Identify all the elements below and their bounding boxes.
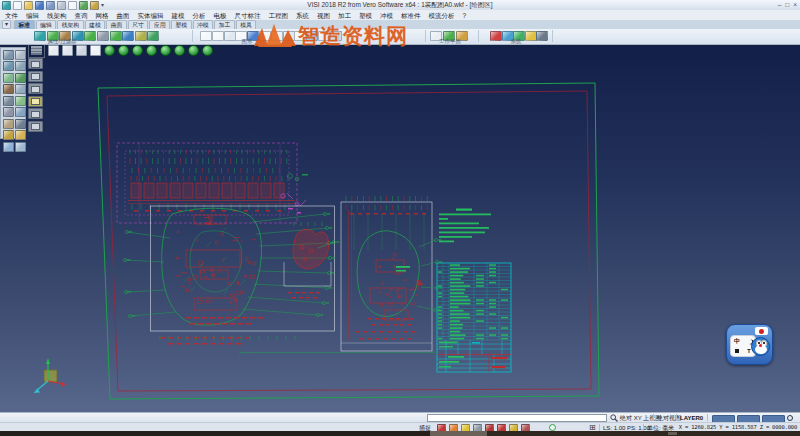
ribbon-tab-8[interactable]: 冲模 xyxy=(193,20,214,29)
sketch-tool-icon[interactable] xyxy=(3,107,14,117)
view-top-icon[interactable] xyxy=(118,45,129,56)
ribbon-tab-5[interactable]: 尺寸 xyxy=(128,20,149,29)
top-view-icon[interactable] xyxy=(28,83,43,94)
view-right-icon[interactable] xyxy=(202,45,213,56)
menu-item-15[interactable]: 塑模 xyxy=(359,11,372,20)
search-icon[interactable] xyxy=(610,414,618,422)
clock-icon[interactable] xyxy=(549,424,556,431)
view-mode-indicator[interactable]: 绝对 XY 上视图 xyxy=(620,414,661,422)
floating-view-toolbar xyxy=(28,45,213,56)
menu-item-0[interactable]: 文件 xyxy=(5,11,18,20)
selection-chain-icon[interactable] xyxy=(135,31,147,41)
status-ring-icon[interactable] xyxy=(787,415,793,421)
minimize-icon[interactable]: – xyxy=(778,0,782,10)
selection-box-icon[interactable] xyxy=(122,31,134,41)
display-light-icon[interactable] xyxy=(90,45,101,56)
menu-item-19[interactable]: ? xyxy=(463,11,467,20)
ribbon-tab-2[interactable]: 线架构 xyxy=(57,20,83,29)
fillet-tool-icon[interactable] xyxy=(3,96,14,106)
ribbon-tab-6[interactable]: 应用 xyxy=(149,20,170,29)
ime-toolbar[interactable]: 中 T xyxy=(726,324,773,365)
menu-item-3[interactable]: 查询 xyxy=(75,11,88,20)
section-view-icon[interactable] xyxy=(28,108,43,119)
view-back-icon[interactable] xyxy=(160,45,171,56)
menu-item-1[interactable]: 编辑 xyxy=(26,11,39,20)
menu-item-16[interactable]: 冲模 xyxy=(380,11,393,20)
menu-item-2[interactable]: 线架构 xyxy=(47,11,67,20)
cad-viewport[interactable] xyxy=(0,0,800,436)
ribbon-tab-10[interactable]: 模具 xyxy=(236,20,257,29)
ime-skin-icon[interactable]: T xyxy=(747,348,750,354)
menu-item-7[interactable]: 建模 xyxy=(172,11,185,20)
ime-language-mode[interactable]: 中 xyxy=(734,338,740,345)
divider xyxy=(599,424,600,431)
surface-tool-icon[interactable] xyxy=(15,84,26,94)
view-bottom-icon[interactable] xyxy=(174,45,185,56)
active-layer-icon[interactable] xyxy=(28,96,43,107)
cursor-coordinates: X = 1260.825 Y = 1158.587 Z = 0000.000 xyxy=(679,424,797,431)
rect-tool-icon[interactable] xyxy=(15,107,26,117)
maximize-icon[interactable]: □ xyxy=(785,0,789,10)
ribbon-tab-7[interactable]: 塑模 xyxy=(171,20,192,29)
command-input[interactable] xyxy=(427,414,607,422)
ribbon-tab-3[interactable]: 建模 xyxy=(85,20,106,29)
menu-item-10[interactable]: 尺寸标注 xyxy=(235,11,261,20)
menu-item-9[interactable]: 电极 xyxy=(214,11,227,20)
display-gray-icon[interactable] xyxy=(76,45,87,56)
measure-tool-icon[interactable] xyxy=(15,142,26,152)
selection-all-icon[interactable] xyxy=(147,31,159,41)
display-flat-icon[interactable] xyxy=(62,45,73,56)
ribbon-tab-1[interactable]: 编辑 xyxy=(36,20,57,29)
cut-tool-icon[interactable] xyxy=(15,50,26,60)
menu-item-6[interactable]: 实体编辑 xyxy=(138,11,164,20)
doraemon-avatar xyxy=(751,337,770,356)
ribbon-tab-4[interactable]: 曲面 xyxy=(106,20,127,29)
view-side-icon[interactable] xyxy=(146,45,157,56)
view-front-icon[interactable] xyxy=(132,45,143,56)
ribbon-group-label-1: 图形 xyxy=(207,39,287,44)
list-menu-icon[interactable] xyxy=(28,44,45,58)
ribbon-tab-0[interactable]: 标准 xyxy=(14,20,35,29)
menu-item-18[interactable]: 模流分析 xyxy=(429,11,455,20)
cube-view-icon[interactable] xyxy=(28,58,43,69)
arc-tool-icon[interactable] xyxy=(3,73,14,83)
menu-item-11[interactable]: 工程图 xyxy=(269,11,289,20)
ime-square-icon[interactable] xyxy=(735,349,739,353)
front-view-icon[interactable] xyxy=(28,71,43,82)
graphics-window-icon[interactable] xyxy=(294,31,306,41)
layer-tool-icon[interactable] xyxy=(15,73,26,83)
menu-item-14[interactable]: 加工 xyxy=(338,11,351,20)
filter-element-icon[interactable] xyxy=(110,31,122,41)
menu-item-13[interactable]: 视图 xyxy=(317,11,330,20)
hatch-tool-icon[interactable] xyxy=(3,130,14,140)
active-layer-indicator[interactable]: LAYER0 xyxy=(680,414,703,422)
view-iso-icon[interactable] xyxy=(104,45,115,56)
taskbar-clock-blur xyxy=(668,432,677,435)
ribbon-tab-9[interactable]: 加工 xyxy=(214,20,235,29)
plane-tool-icon[interactable] xyxy=(15,96,26,106)
curve-tool-icon[interactable] xyxy=(3,84,14,94)
menu-item-12[interactable]: 系统 xyxy=(296,11,309,20)
graphics-dynamic-icon[interactable] xyxy=(306,31,318,41)
zoom-tool-icon[interactable] xyxy=(3,142,14,152)
display-white-icon[interactable] xyxy=(48,45,59,56)
graphics-multi-icon[interactable] xyxy=(330,31,342,41)
graphics-full-icon[interactable] xyxy=(318,31,330,41)
view-left-icon[interactable] xyxy=(188,45,199,56)
dim-tool-icon[interactable] xyxy=(15,119,26,129)
erase-tool-icon[interactable] xyxy=(15,61,26,71)
divider xyxy=(653,414,654,421)
reference-mode-indicator[interactable]: 绝对视图 xyxy=(657,414,681,422)
move-tool-icon[interactable] xyxy=(3,119,14,129)
close-icon[interactable]: × xyxy=(793,0,797,10)
point-tool-icon[interactable] xyxy=(3,50,14,60)
doraemon-nose xyxy=(759,344,762,347)
iso-view-icon[interactable] xyxy=(28,121,43,132)
line-tool-icon[interactable] xyxy=(3,61,14,71)
text-tool-icon[interactable] xyxy=(15,130,26,140)
menu-item-8[interactable]: 分析 xyxy=(193,11,206,20)
menu-item-4[interactable]: 网格 xyxy=(96,11,109,20)
tab-overflow-icon[interactable]: ▾ xyxy=(2,20,11,29)
menu-item-17[interactable]: 标准件 xyxy=(401,11,421,20)
menu-item-5[interactable]: 曲面 xyxy=(117,11,130,20)
